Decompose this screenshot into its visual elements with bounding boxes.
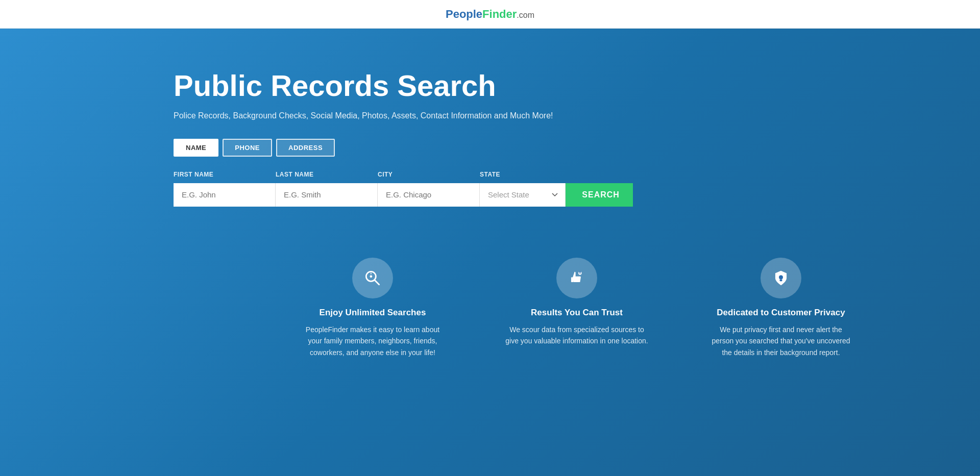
state-select[interactable]: Select State Alabama Alaska Arizona Arka… bbox=[480, 183, 566, 207]
unlimited-searches-icon-circle bbox=[352, 258, 393, 298]
feature-privacy-desc: We put privacy first and never alert the… bbox=[709, 324, 852, 358]
logo-finder: Finder bbox=[482, 8, 517, 20]
feature-privacy: Dedicated to Customer Privacy We put pri… bbox=[709, 258, 852, 358]
svg-rect-7 bbox=[780, 279, 782, 281]
lastname-label: LAST NAME bbox=[276, 171, 378, 178]
state-label: STATE bbox=[480, 171, 572, 178]
city-label: CITY bbox=[378, 171, 480, 178]
shield-icon bbox=[771, 268, 791, 288]
search-tabs: NAME PHONE ADDRESS bbox=[174, 139, 339, 157]
site-logo[interactable]: PeopleFinder.com bbox=[446, 8, 534, 21]
hero-subtitle: Police Records, Background Checks, Socia… bbox=[174, 111, 553, 120]
hero-section: Public Records Search Police Records, Ba… bbox=[0, 29, 980, 476]
form-labels: FIRST NAME LAST NAME CITY STATE bbox=[174, 171, 633, 178]
thumbsup-icon bbox=[567, 268, 586, 288]
features-section: Enjoy Unlimited Searches PeopleFinder ma… bbox=[174, 258, 980, 358]
hero-title: Public Records Search bbox=[174, 69, 496, 102]
svg-point-6 bbox=[779, 275, 783, 279]
svg-line-1 bbox=[375, 280, 379, 285]
site-header: PeopleFinder.com bbox=[0, 0, 980, 29]
logo-com: .com bbox=[517, 11, 534, 19]
feature-unlimited-searches: Enjoy Unlimited Searches PeopleFinder ma… bbox=[301, 258, 444, 358]
svg-rect-4 bbox=[571, 277, 574, 282]
privacy-icon-circle bbox=[761, 258, 801, 298]
tab-address[interactable]: ADDRESS bbox=[276, 139, 335, 157]
tab-phone[interactable]: PHONE bbox=[223, 139, 272, 157]
feature-results-title: Results You Can Trust bbox=[531, 308, 623, 318]
feature-unlimited-desc: PeopleFinder makes it easy to learn abou… bbox=[301, 324, 444, 358]
search-icon bbox=[363, 268, 382, 288]
feature-privacy-title: Dedicated to Customer Privacy bbox=[717, 308, 845, 318]
firstname-label: FIRST NAME bbox=[174, 171, 276, 178]
firstname-input[interactable] bbox=[174, 183, 276, 207]
form-inputs: Select State Alabama Alaska Arizona Arka… bbox=[174, 183, 633, 207]
feature-results-trust: Results You Can Trust We scour data from… bbox=[505, 258, 648, 358]
tab-name[interactable]: NAME bbox=[174, 139, 218, 157]
feature-results-desc: We scour data from specialized sources t… bbox=[505, 324, 648, 347]
results-trust-icon-circle bbox=[556, 258, 597, 298]
city-input[interactable] bbox=[378, 183, 480, 207]
feature-unlimited-title: Enjoy Unlimited Searches bbox=[320, 308, 426, 318]
logo-people: People bbox=[446, 8, 482, 20]
search-button[interactable]: SEARCH bbox=[566, 183, 633, 207]
search-form: FIRST NAME LAST NAME CITY STATE Select S… bbox=[174, 171, 633, 207]
svg-point-2 bbox=[370, 275, 372, 278]
lastname-input[interactable] bbox=[276, 183, 378, 207]
